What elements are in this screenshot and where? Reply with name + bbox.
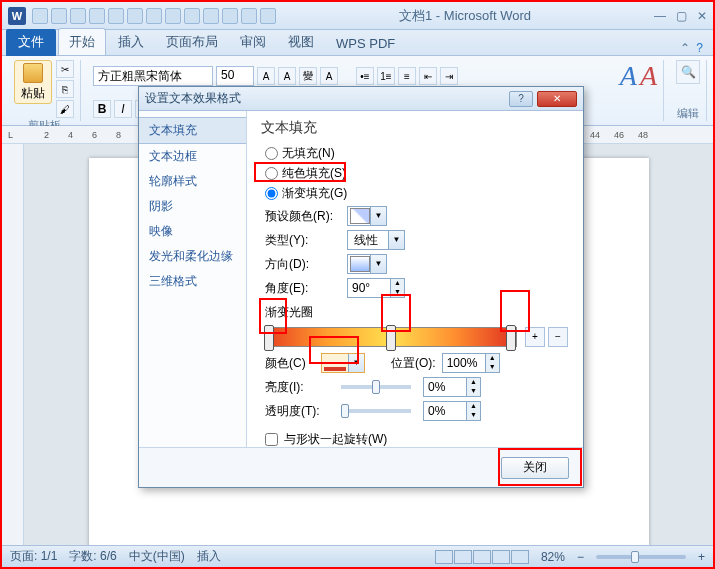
qat-link-icon[interactable] <box>260 8 276 24</box>
grow-font-icon[interactable]: A <box>257 67 275 85</box>
nav-3d-format[interactable]: 三维格式 <box>139 269 246 294</box>
zoom-slider[interactable] <box>596 555 686 559</box>
vertical-ruler[interactable] <box>2 144 24 545</box>
gradient-bar[interactable] <box>265 327 517 347</box>
remove-stop-button[interactable]: − <box>548 327 568 347</box>
indent-dec-icon[interactable]: ⇤ <box>419 67 437 85</box>
view-outline-icon[interactable] <box>492 550 510 564</box>
direction-combo[interactable]: ▼ <box>347 254 387 274</box>
phonetic-icon[interactable]: 變 <box>299 67 317 85</box>
qat-table-icon[interactable] <box>203 8 219 24</box>
shrink-font-icon[interactable]: A <box>278 67 296 85</box>
paste-icon <box>23 63 43 83</box>
font-name-select[interactable]: 方正粗黑宋简体 <box>93 66 213 86</box>
dialog-close-x-button[interactable]: ✕ <box>537 91 577 107</box>
find-button[interactable]: 🔍 <box>676 60 700 84</box>
nav-text-fill[interactable]: 文本填充 <box>139 117 246 144</box>
transparency-slider[interactable] <box>341 409 411 413</box>
maximize-button[interactable]: ▢ <box>676 9 687 23</box>
angle-label: 角度(E): <box>265 280 341 297</box>
char-border-icon[interactable]: A <box>320 67 338 85</box>
dialog-nav: 文本填充 文本边框 轮廓样式 阴影 映像 发光和柔化边缘 三维格式 <box>139 111 247 447</box>
close-window-button[interactable]: ✕ <box>697 9 707 23</box>
qat-chart-icon[interactable] <box>241 8 257 24</box>
tab-wps-pdf[interactable]: WPS PDF <box>326 32 405 55</box>
format-painter-icon[interactable]: 🖌 <box>56 100 74 118</box>
tab-view[interactable]: 视图 <box>278 29 324 55</box>
radio-no-fill[interactable] <box>265 147 278 160</box>
nav-text-outline[interactable]: 文本边框 <box>139 144 246 169</box>
style-a-red[interactable]: A <box>640 60 657 92</box>
gradient-stop-3[interactable] <box>506 325 516 351</box>
position-input[interactable] <box>443 354 485 372</box>
nav-glow[interactable]: 发光和柔化边缘 <box>139 244 246 269</box>
radio-solid-fill[interactable] <box>265 167 278 180</box>
minimize-button[interactable]: — <box>654 9 666 23</box>
transparency-input[interactable] <box>424 402 466 420</box>
gradient-stop-2[interactable] <box>386 325 396 351</box>
view-print-icon[interactable] <box>435 550 453 564</box>
brightness-input[interactable] <box>424 378 466 396</box>
view-read-icon[interactable] <box>454 550 472 564</box>
view-web-icon[interactable] <box>473 550 491 564</box>
brightness-spinbox[interactable]: ▲▼ <box>423 377 481 397</box>
qat-open-icon[interactable] <box>89 8 105 24</box>
nav-outline-style[interactable]: 轮廓样式 <box>139 169 246 194</box>
qat-new-icon[interactable] <box>108 8 124 24</box>
tab-layout[interactable]: 页面布局 <box>156 29 228 55</box>
tab-home[interactable]: 开始 <box>58 28 106 55</box>
ribbon-tabs: 文件 开始 插入 页面布局 审阅 视图 WPS PDF ⌃ ? <box>2 30 713 56</box>
bold-icon[interactable]: B <box>93 100 111 118</box>
clipboard-group: 粘贴 ✂ ⎘ 🖌 剪贴板 <box>8 60 81 121</box>
zoom-in-button[interactable]: + <box>698 550 705 564</box>
bullets-icon[interactable]: •≡ <box>356 67 374 85</box>
tab-file[interactable]: 文件 <box>6 29 56 56</box>
style-a-blue[interactable]: A <box>620 60 637 92</box>
angle-spinbox[interactable]: ▲▼ <box>347 278 405 298</box>
radio-gradient-fill[interactable] <box>265 187 278 200</box>
nav-shadow[interactable]: 阴影 <box>139 194 246 219</box>
status-insert-mode[interactable]: 插入 <box>197 548 221 565</box>
brightness-slider[interactable] <box>341 385 411 389</box>
rotate-with-shape-checkbox[interactable] <box>265 433 278 446</box>
preset-color-combo[interactable]: ▼ <box>347 206 387 226</box>
transparency-spinbox[interactable]: ▲▼ <box>423 401 481 421</box>
qat-preview-icon[interactable] <box>146 8 162 24</box>
tab-review[interactable]: 审阅 <box>230 29 276 55</box>
numbering-icon[interactable]: 1≡ <box>377 67 395 85</box>
cut-icon[interactable]: ✂ <box>56 60 74 78</box>
paste-button[interactable]: 粘贴 <box>14 60 52 104</box>
multilevel-icon[interactable]: ≡ <box>398 67 416 85</box>
ribbon-minimize-icon[interactable]: ⌃ <box>680 41 690 55</box>
gradient-stop-1[interactable] <box>264 325 274 351</box>
angle-input[interactable] <box>348 279 390 297</box>
view-draft-icon[interactable] <box>511 550 529 564</box>
dialog-titlebar[interactable]: 设置文本效果格式 ? ✕ <box>139 87 583 111</box>
indent-inc-icon[interactable]: ⇥ <box>440 67 458 85</box>
qat-print-icon[interactable] <box>127 8 143 24</box>
position-spinbox[interactable]: ▲▼ <box>442 353 500 373</box>
qat-pic-icon[interactable] <box>222 8 238 24</box>
status-words[interactable]: 字数: 6/6 <box>69 548 116 565</box>
copy-icon[interactable]: ⎘ <box>56 80 74 98</box>
help-icon[interactable]: ? <box>696 41 703 55</box>
status-page[interactable]: 页面: 1/1 <box>10 548 57 565</box>
qat-undo-icon[interactable] <box>51 8 67 24</box>
type-combo[interactable]: 线性▼ <box>347 230 405 250</box>
qat-mail-icon[interactable] <box>165 8 181 24</box>
color-combo[interactable]: ▼ <box>321 353 365 373</box>
qat-save-icon[interactable] <box>32 8 48 24</box>
edit-group-label: 编辑 <box>676 106 700 121</box>
qat-spell-icon[interactable] <box>184 8 200 24</box>
status-language[interactable]: 中文(中国) <box>129 548 185 565</box>
add-stop-button[interactable]: + <box>525 327 545 347</box>
tab-insert[interactable]: 插入 <box>108 29 154 55</box>
zoom-percent[interactable]: 82% <box>541 550 565 564</box>
font-size-select[interactable]: 50 <box>216 66 254 86</box>
nav-reflection[interactable]: 映像 <box>139 219 246 244</box>
zoom-out-button[interactable]: − <box>577 550 584 564</box>
dialog-help-button[interactable]: ? <box>509 91 533 107</box>
italic-icon[interactable]: I <box>114 100 132 118</box>
dialog-close-button[interactable]: 关闭 <box>501 457 569 479</box>
qat-redo-icon[interactable] <box>70 8 86 24</box>
